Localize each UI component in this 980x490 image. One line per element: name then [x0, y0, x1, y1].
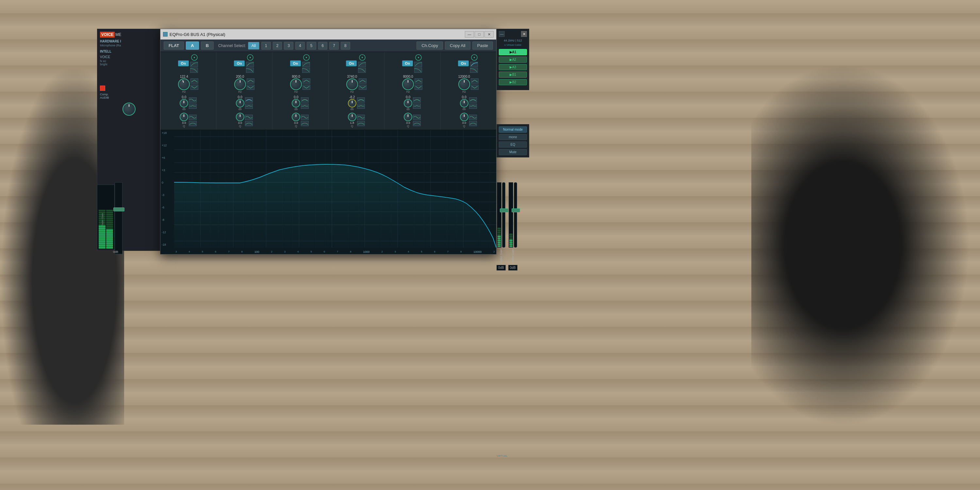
band-6-freq-up[interactable] — [471, 78, 479, 84]
channel-all-button[interactable]: All — [248, 42, 259, 50]
band-3-gain-type1[interactable] — [301, 97, 309, 103]
bus-a2-button[interactable]: ▶A2 — [499, 57, 527, 63]
band-1-q-type2[interactable] — [189, 121, 197, 126]
band-2-freq-up[interactable] — [247, 78, 255, 84]
mono-button[interactable]: mono — [499, 134, 527, 140]
band-2-filter-lo[interactable] — [246, 68, 254, 73]
band-4-on-button[interactable]: On — [346, 60, 357, 66]
band-3-gain-knob[interactable] — [292, 99, 300, 108]
eq-button[interactable]: EQ — [499, 142, 527, 148]
band-2-gain-type1[interactable] — [245, 97, 253, 103]
band-4-q-type2[interactable] — [357, 121, 365, 126]
band-3-freq-knob[interactable] — [290, 78, 302, 90]
channel-3-button[interactable]: 3 — [284, 42, 293, 50]
band-4-filter-lo[interactable] — [358, 68, 366, 73]
band-6-filter-lo[interactable] — [470, 68, 478, 73]
band-1-on-button[interactable]: On — [178, 60, 189, 66]
band-4-freq-up[interactable] — [359, 78, 366, 84]
band-3-q-type2[interactable] — [301, 121, 309, 126]
band-1-filter-hi[interactable] — [190, 62, 198, 67]
band-2-freq-knob[interactable] — [234, 78, 246, 90]
band-4-freq-down[interactable] — [359, 84, 366, 90]
band-5-q-type2[interactable] — [413, 121, 421, 126]
band-4-q-knob[interactable] — [348, 113, 356, 121]
rp-close-button[interactable]: ✕ — [521, 31, 527, 37]
band-6-gain-type2[interactable] — [469, 103, 477, 109]
band-4-gain-type1[interactable] — [357, 97, 365, 103]
band-6-filter-hi[interactable] — [470, 62, 478, 67]
band-6-freq-down[interactable] — [471, 84, 479, 90]
band-6-q-knob[interactable] — [460, 113, 468, 121]
bus-b1-button[interactable]: ▶B1 — [499, 72, 527, 78]
band-5-freq-knob[interactable] — [402, 78, 414, 90]
band-6-gain-type1[interactable] — [469, 97, 477, 103]
bus-a1-button[interactable]: ▶A1 — [499, 49, 527, 55]
band-3-freq-up[interactable] — [302, 78, 310, 84]
comp-knob[interactable] — [123, 103, 135, 116]
normal-mode-button[interactable]: Normal mode — [499, 126, 527, 133]
band-5-freq-down[interactable] — [415, 84, 422, 90]
band-1-q-knob[interactable] — [180, 113, 188, 121]
left-fader-thumb[interactable] — [113, 207, 124, 212]
band-3-gain-type2[interactable] — [301, 103, 309, 109]
band-1-q-type1[interactable] — [189, 115, 197, 120]
bus-a3-button[interactable]: ▶A3 — [499, 64, 527, 70]
channel-6-button[interactable]: 6 — [318, 42, 328, 50]
channel-2-button[interactable]: 2 — [273, 42, 282, 50]
band-2-gain-type2[interactable] — [245, 103, 253, 109]
band-5-filter-hi[interactable] — [414, 62, 422, 67]
band-6-gain-knob[interactable] — [460, 99, 468, 108]
band-2-filter-hi[interactable] — [246, 62, 254, 67]
mute-button[interactable]: Mute — [499, 149, 527, 155]
channel-1-button[interactable]: 1 — [261, 42, 271, 50]
band-5-filter-lo[interactable] — [414, 68, 422, 73]
band-1-freq-up[interactable] — [191, 78, 198, 84]
ch-copy-button[interactable]: Ch.Copy — [417, 41, 443, 50]
rf-fader-thumb-2[interactable] — [512, 208, 520, 212]
ab-b-button[interactable]: B — [201, 41, 214, 50]
rp-minus-button[interactable]: — — [499, 31, 505, 37]
band-2-q-knob[interactable] — [236, 113, 244, 121]
channel-4-button[interactable]: 4 — [295, 42, 305, 50]
band-1-freq-down[interactable] — [191, 84, 198, 90]
band-3-filter-lo[interactable] — [302, 68, 310, 73]
band-4-gain-knob[interactable] — [348, 99, 356, 108]
band-5-q-knob[interactable] — [404, 113, 412, 121]
band-5-gain-knob[interactable] — [404, 99, 412, 108]
ab-a-button[interactable]: A — [186, 41, 199, 50]
band-5-on-button[interactable]: On — [402, 60, 413, 66]
band-3-q-knob[interactable] — [292, 113, 300, 121]
band-1-gain-type1[interactable] — [189, 97, 197, 103]
close-button[interactable]: ✕ — [484, 31, 493, 38]
band-3-on-button[interactable]: On — [290, 60, 301, 66]
channel-5-button[interactable]: 5 — [307, 42, 316, 50]
band-4-q-type1[interactable] — [357, 115, 365, 120]
band-1-filter-lo[interactable] — [190, 68, 198, 73]
band-1-gain-knob[interactable] — [180, 99, 188, 108]
band-4-filter-hi[interactable] — [358, 62, 366, 67]
band-3-q-type1[interactable] — [301, 115, 309, 120]
flat-button[interactable]: FLAT — [164, 41, 184, 50]
copy-all-button[interactable]: Copy All — [445, 41, 470, 50]
band-6-freq-knob[interactable] — [458, 78, 470, 90]
channel-8-button[interactable]: 8 — [341, 42, 350, 50]
bus-b2-button[interactable]: ▶B2 — [499, 79, 527, 85]
band-4-gain-type2[interactable] — [357, 103, 365, 109]
restore-button[interactable]: □ — [475, 31, 484, 38]
band-4-freq-knob[interactable] — [346, 78, 358, 90]
band-1-gain-type2[interactable] — [189, 103, 197, 109]
paste-button[interactable]: Paste — [473, 41, 493, 50]
band-6-q-type1[interactable] — [469, 115, 477, 120]
band-2-q-type1[interactable] — [245, 115, 253, 120]
band-3-filter-hi[interactable] — [302, 62, 310, 67]
band-1-freq-knob[interactable] — [178, 78, 190, 90]
band-2-on-button[interactable]: On — [234, 60, 245, 66]
channel-7-button[interactable]: 7 — [329, 42, 339, 50]
band-6-q-type2[interactable] — [469, 121, 477, 126]
band-5-gain-type1[interactable] — [413, 97, 421, 103]
minimize-button[interactable]: — — [465, 31, 474, 38]
band-2-gain-knob[interactable] — [236, 99, 244, 108]
band-2-q-type2[interactable] — [245, 121, 253, 126]
band-3-freq-down[interactable] — [302, 84, 310, 90]
band-5-gain-type2[interactable] — [413, 103, 421, 109]
